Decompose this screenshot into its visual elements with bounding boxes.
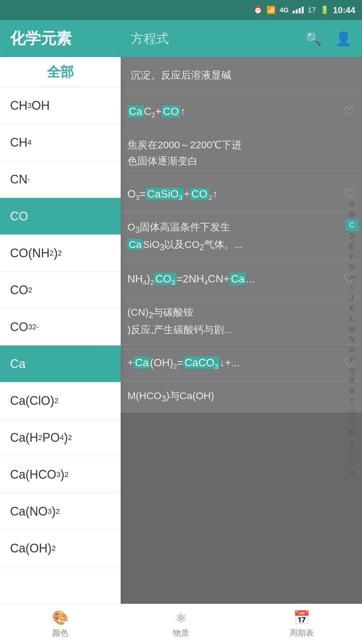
status-time: 10:44 bbox=[333, 5, 356, 15]
element-ca-oh-2[interactable]: Ca(OH)2 bbox=[0, 530, 121, 567]
formula-8: +Ca(OH)2=CaCO3↓+... bbox=[127, 353, 339, 373]
content-card-8: +Ca(OH)2=CaCO3↓+... ♡ bbox=[121, 345, 362, 381]
element-co3-2-[interactable]: CO32- bbox=[0, 309, 121, 345]
element-list: CH3OH CH4 CN- CO CO(NH2)2 CO2 CO32- Ca bbox=[0, 87, 121, 567]
nav-color[interactable]: 🎨 颜色 bbox=[0, 604, 121, 644]
element-co[interactable]: CO bbox=[0, 198, 121, 235]
alpha-T[interactable]: T bbox=[345, 396, 359, 407]
alpha-S[interactable]: S bbox=[345, 386, 359, 396]
alpha-L[interactable]: L bbox=[345, 314, 359, 324]
element-sidebar: 全部 CH3OH CH4 CN- CO CO(NH2)2 CO2 CO3 bbox=[0, 57, 121, 621]
alpha-D[interactable]: D bbox=[345, 231, 359, 241]
battery-label: 17 bbox=[308, 6, 316, 14]
alpha-X[interactable]: X bbox=[345, 438, 359, 448]
bottom-navigation: 🎨 颜色 ⚛ 物质 📅 周期表 bbox=[0, 604, 362, 644]
card-text-1: 沉淀。反应后溶液显碱 bbox=[131, 67, 352, 83]
alpha-Z[interactable]: Z bbox=[345, 458, 359, 469]
alpha-Y[interactable]: Y bbox=[345, 448, 359, 458]
signal-4g-icon: 4G bbox=[280, 6, 289, 14]
alpha-hash[interactable]: # bbox=[345, 469, 359, 479]
highlight-ca-3: Ca bbox=[134, 357, 150, 369]
formula-4: O3=CaSiO3+CO2↑ bbox=[127, 184, 339, 204]
alpha-N[interactable]: N bbox=[345, 334, 359, 345]
highlight-cac2: Ca bbox=[127, 105, 144, 117]
alpha-M[interactable]: M bbox=[345, 324, 359, 334]
highlight-co2: CO bbox=[190, 188, 209, 200]
alpha-W[interactable]: W bbox=[345, 427, 359, 438]
element-co2[interactable]: CO2 bbox=[0, 272, 121, 309]
element-ch3oh[interactable]: CH3OH bbox=[0, 87, 121, 124]
alphabet-index[interactable]: A B C D E F G H I J K L M N O P Q R S T … bbox=[345, 57, 359, 621]
element-co-nh2-2[interactable]: CO(NH2)2 bbox=[0, 235, 121, 272]
nav-substance-label: 物质 bbox=[173, 628, 189, 638]
alpha-J[interactable]: J bbox=[345, 293, 359, 303]
battery-icon: 🔋 bbox=[320, 6, 329, 14]
formula-6: NH4)2CO3=2NH4CN+Ca... bbox=[127, 269, 339, 289]
alpha-G[interactable]: G bbox=[345, 262, 359, 272]
content-card-7: (CN)2与碳酸铵)反应,产生碳酸钙与剧... bbox=[121, 298, 362, 345]
element-ca-h2po4-2[interactable]: Ca(H2PO4)2 bbox=[0, 419, 121, 456]
alpha-U[interactable]: U bbox=[345, 407, 359, 417]
sidebar-header[interactable]: 全部 bbox=[0, 57, 121, 87]
highlight-co3: CO3 bbox=[154, 273, 176, 285]
right-content: 沉淀。反应后溶液显碱 CaC2+CO↑ ♡ 焦炭在2000～2200℃下进色固体… bbox=[121, 57, 362, 621]
element-cn-[interactable]: CN- bbox=[0, 161, 121, 198]
content-card-1: 沉淀。反应后溶液显碱 bbox=[121, 57, 362, 94]
alpha-Q[interactable]: Q bbox=[345, 365, 359, 376]
alpha-O[interactable]: O bbox=[345, 344, 359, 355]
content-card-9: M(HCO3)与Ca(OH) bbox=[121, 381, 362, 412]
alpha-B[interactable]: B bbox=[345, 209, 359, 219]
content-card-4: O3=CaSiO3+CO2↑ ♡ bbox=[121, 176, 362, 213]
nav-periodic-label: 周期表 bbox=[290, 628, 314, 638]
alpha-H[interactable]: H bbox=[345, 272, 359, 283]
card-text-7: (CN)2与碳酸铵)反应,产生碳酸钙与剧... bbox=[127, 304, 355, 338]
content-card-6: NH4)2CO3=2NH4CN+Ca... ♡ bbox=[121, 261, 362, 298]
highlight-casio3-2: Ca bbox=[127, 239, 143, 250]
user-icon[interactable]: 👤 bbox=[335, 31, 352, 47]
alpha-K[interactable]: K bbox=[345, 303, 359, 314]
atom-icon: ⚛ bbox=[175, 610, 187, 626]
element-ca-clo-2[interactable]: Ca(ClO)2 bbox=[0, 382, 121, 419]
alpha-C[interactable]: C bbox=[345, 219, 359, 231]
periodic-table-icon: 📅 bbox=[293, 610, 310, 626]
element-ca[interactable]: Ca bbox=[0, 345, 121, 382]
signal-bars bbox=[293, 7, 304, 13]
content-overlay: 沉淀。反应后溶液显碱 CaC2+CO↑ ♡ 焦炭在2000～2200℃下进色固体… bbox=[121, 57, 362, 621]
color-palette-icon: 🎨 bbox=[52, 610, 69, 626]
alpha-I[interactable]: I bbox=[345, 283, 359, 293]
wifi-icon: 📶 bbox=[266, 6, 276, 14]
highlight-ca-2: Ca bbox=[230, 273, 246, 285]
card-text-3: 焦炭在2000～2200℃下进色固体逐渐变白 bbox=[127, 137, 355, 169]
nav-color-label: 颜色 bbox=[52, 628, 68, 638]
alpha-F[interactable]: F bbox=[345, 252, 359, 262]
highlight-co: CO bbox=[162, 105, 180, 117]
alpha-P[interactable]: P bbox=[345, 355, 359, 365]
highlight-casio3: CaSiO3 bbox=[146, 188, 184, 200]
status-bar: ⏰ 📶 4G 17 🔋 10:44 bbox=[0, 0, 362, 20]
all-filter-label: 全部 bbox=[47, 63, 74, 81]
nav-substance[interactable]: ⚛ 物质 bbox=[121, 604, 241, 644]
alpha-E[interactable]: E bbox=[345, 241, 359, 252]
header-subtitle: 方程式 bbox=[131, 30, 305, 47]
formula-2: CaC2+CO↑ bbox=[127, 102, 339, 121]
alpha-R[interactable]: R bbox=[345, 376, 359, 386]
content-card-2: CaC2+CO↑ ♡ bbox=[121, 94, 362, 130]
alpha-V[interactable]: V bbox=[345, 417, 359, 427]
card-text-5: O3固体高温条件下发生CaSiO3以及CO2气体。... bbox=[127, 219, 355, 254]
card-text-9: M(HCO3)与Ca(OH) bbox=[127, 388, 355, 405]
element-ca-no3-2[interactable]: Ca(NO3)2 bbox=[0, 493, 121, 530]
alpha-A[interactable]: A bbox=[345, 199, 359, 209]
content-card-3: 焦炭在2000～2200℃下进色固体逐渐变白 bbox=[121, 130, 362, 176]
search-icon[interactable]: 🔍 bbox=[305, 31, 322, 47]
element-ca-hco3-2[interactable]: Ca(HCO3)2 bbox=[0, 456, 121, 493]
highlight-caco3: CaCO3 bbox=[183, 357, 220, 369]
element-ch4[interactable]: CH4 bbox=[0, 124, 121, 161]
header: 化学元素 方程式 🔍 👤 bbox=[0, 20, 362, 57]
clock-icon: ⏰ bbox=[253, 6, 262, 14]
app-title: 化学元素 bbox=[10, 28, 131, 49]
main-area: 全部 CH3OH CH4 CN- CO CO(NH2)2 CO2 CO3 bbox=[0, 57, 362, 621]
header-icons: 🔍 👤 bbox=[305, 31, 352, 47]
content-card-5: O3固体高温条件下发生CaSiO3以及CO2气体。... bbox=[121, 212, 362, 261]
nav-periodic-table[interactable]: 📅 周期表 bbox=[241, 604, 362, 644]
